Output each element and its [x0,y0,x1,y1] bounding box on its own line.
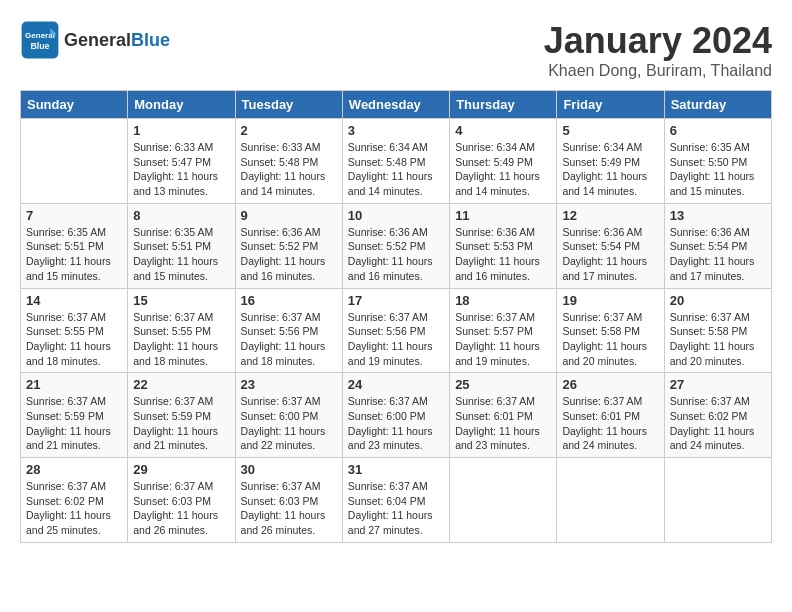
day-header-thursday: Thursday [450,91,557,119]
day-number: 22 [133,377,229,392]
calendar-cell: 15Sunrise: 6:37 AMSunset: 5:55 PMDayligh… [128,288,235,373]
calendar-table: SundayMondayTuesdayWednesdayThursdayFrid… [20,90,772,543]
calendar-cell: 27Sunrise: 6:37 AMSunset: 6:02 PMDayligh… [664,373,771,458]
logo-icon: General Blue [20,20,60,60]
page-header: General Blue GeneralBlue January 2024 Kh… [20,20,772,80]
calendar-cell: 17Sunrise: 6:37 AMSunset: 5:56 PMDayligh… [342,288,449,373]
day-number: 15 [133,293,229,308]
day-number: 2 [241,123,337,138]
day-info: Sunrise: 6:37 AMSunset: 5:59 PMDaylight:… [133,394,229,453]
calendar-week-3: 14Sunrise: 6:37 AMSunset: 5:55 PMDayligh… [21,288,772,373]
day-info: Sunrise: 6:33 AMSunset: 5:48 PMDaylight:… [241,140,337,199]
day-info: Sunrise: 6:37 AMSunset: 5:55 PMDaylight:… [133,310,229,369]
day-info: Sunrise: 6:37 AMSunset: 6:03 PMDaylight:… [241,479,337,538]
calendar-cell: 8Sunrise: 6:35 AMSunset: 5:51 PMDaylight… [128,203,235,288]
svg-rect-0 [22,22,59,59]
calendar-cell: 14Sunrise: 6:37 AMSunset: 5:55 PMDayligh… [21,288,128,373]
title-block: January 2024 Khaen Dong, Buriram, Thaila… [544,20,772,80]
calendar-cell: 25Sunrise: 6:37 AMSunset: 6:01 PMDayligh… [450,373,557,458]
calendar-cell: 11Sunrise: 6:36 AMSunset: 5:53 PMDayligh… [450,203,557,288]
day-info: Sunrise: 6:37 AMSunset: 6:04 PMDaylight:… [348,479,444,538]
calendar-cell [450,458,557,543]
calendar-cell: 30Sunrise: 6:37 AMSunset: 6:03 PMDayligh… [235,458,342,543]
day-number: 11 [455,208,551,223]
day-number: 9 [241,208,337,223]
calendar-cell: 7Sunrise: 6:35 AMSunset: 5:51 PMDaylight… [21,203,128,288]
calendar-cell: 5Sunrise: 6:34 AMSunset: 5:49 PMDaylight… [557,119,664,204]
day-info: Sunrise: 6:37 AMSunset: 5:56 PMDaylight:… [348,310,444,369]
day-number: 16 [241,293,337,308]
day-info: Sunrise: 6:36 AMSunset: 5:52 PMDaylight:… [348,225,444,284]
calendar-cell [21,119,128,204]
day-info: Sunrise: 6:37 AMSunset: 5:58 PMDaylight:… [670,310,766,369]
logo: General Blue GeneralBlue [20,20,170,60]
calendar-cell: 13Sunrise: 6:36 AMSunset: 5:54 PMDayligh… [664,203,771,288]
day-header-tuesday: Tuesday [235,91,342,119]
calendar-cell: 28Sunrise: 6:37 AMSunset: 6:02 PMDayligh… [21,458,128,543]
calendar-cell: 23Sunrise: 6:37 AMSunset: 6:00 PMDayligh… [235,373,342,458]
day-number: 25 [455,377,551,392]
day-info: Sunrise: 6:37 AMSunset: 6:00 PMDaylight:… [241,394,337,453]
calendar-cell: 1Sunrise: 6:33 AMSunset: 5:47 PMDaylight… [128,119,235,204]
day-info: Sunrise: 6:34 AMSunset: 5:49 PMDaylight:… [562,140,658,199]
day-number: 27 [670,377,766,392]
day-number: 26 [562,377,658,392]
day-info: Sunrise: 6:36 AMSunset: 5:53 PMDaylight:… [455,225,551,284]
calendar-cell: 4Sunrise: 6:34 AMSunset: 5:49 PMDaylight… [450,119,557,204]
day-number: 3 [348,123,444,138]
day-number: 10 [348,208,444,223]
day-number: 21 [26,377,122,392]
day-number: 24 [348,377,444,392]
calendar-cell: 20Sunrise: 6:37 AMSunset: 5:58 PMDayligh… [664,288,771,373]
logo-text: GeneralBlue [64,30,170,51]
day-info: Sunrise: 6:37 AMSunset: 6:01 PMDaylight:… [455,394,551,453]
day-info: Sunrise: 6:37 AMSunset: 5:55 PMDaylight:… [26,310,122,369]
month-title: January 2024 [544,20,772,62]
calendar-cell: 9Sunrise: 6:36 AMSunset: 5:52 PMDaylight… [235,203,342,288]
calendar-cell: 6Sunrise: 6:35 AMSunset: 5:50 PMDaylight… [664,119,771,204]
calendar-week-2: 7Sunrise: 6:35 AMSunset: 5:51 PMDaylight… [21,203,772,288]
calendar-cell: 31Sunrise: 6:37 AMSunset: 6:04 PMDayligh… [342,458,449,543]
day-number: 7 [26,208,122,223]
day-info: Sunrise: 6:37 AMSunset: 6:00 PMDaylight:… [348,394,444,453]
day-number: 28 [26,462,122,477]
calendar-cell: 3Sunrise: 6:34 AMSunset: 5:48 PMDaylight… [342,119,449,204]
location: Khaen Dong, Buriram, Thailand [544,62,772,80]
calendar-cell [557,458,664,543]
day-number: 12 [562,208,658,223]
day-info: Sunrise: 6:33 AMSunset: 5:47 PMDaylight:… [133,140,229,199]
day-info: Sunrise: 6:37 AMSunset: 5:59 PMDaylight:… [26,394,122,453]
svg-text:Blue: Blue [30,41,49,51]
day-header-wednesday: Wednesday [342,91,449,119]
day-number: 6 [670,123,766,138]
day-number: 17 [348,293,444,308]
header-row: SundayMondayTuesdayWednesdayThursdayFrid… [21,91,772,119]
calendar-week-4: 21Sunrise: 6:37 AMSunset: 5:59 PMDayligh… [21,373,772,458]
day-number: 14 [26,293,122,308]
day-number: 30 [241,462,337,477]
day-info: Sunrise: 6:37 AMSunset: 6:02 PMDaylight:… [670,394,766,453]
day-header-sunday: Sunday [21,91,128,119]
day-number: 23 [241,377,337,392]
calendar-cell: 10Sunrise: 6:36 AMSunset: 5:52 PMDayligh… [342,203,449,288]
day-number: 13 [670,208,766,223]
day-number: 31 [348,462,444,477]
day-number: 18 [455,293,551,308]
day-info: Sunrise: 6:37 AMSunset: 5:58 PMDaylight:… [562,310,658,369]
day-number: 20 [670,293,766,308]
day-header-saturday: Saturday [664,91,771,119]
day-info: Sunrise: 6:36 AMSunset: 5:54 PMDaylight:… [562,225,658,284]
day-header-friday: Friday [557,91,664,119]
calendar-cell [664,458,771,543]
day-info: Sunrise: 6:35 AMSunset: 5:50 PMDaylight:… [670,140,766,199]
day-number: 29 [133,462,229,477]
calendar-week-5: 28Sunrise: 6:37 AMSunset: 6:02 PMDayligh… [21,458,772,543]
calendar-cell: 26Sunrise: 6:37 AMSunset: 6:01 PMDayligh… [557,373,664,458]
calendar-cell: 16Sunrise: 6:37 AMSunset: 5:56 PMDayligh… [235,288,342,373]
day-info: Sunrise: 6:35 AMSunset: 5:51 PMDaylight:… [26,225,122,284]
calendar-cell: 21Sunrise: 6:37 AMSunset: 5:59 PMDayligh… [21,373,128,458]
day-number: 1 [133,123,229,138]
day-number: 4 [455,123,551,138]
calendar-cell: 29Sunrise: 6:37 AMSunset: 6:03 PMDayligh… [128,458,235,543]
calendar-cell: 2Sunrise: 6:33 AMSunset: 5:48 PMDaylight… [235,119,342,204]
